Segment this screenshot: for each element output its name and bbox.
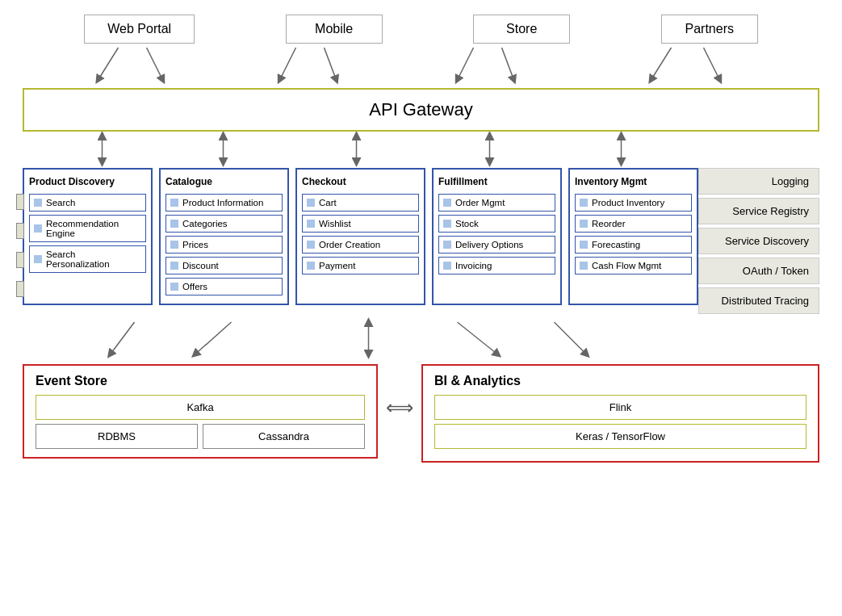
item-search: Search xyxy=(29,194,146,212)
svg-line-13 xyxy=(111,322,135,354)
side-panels: Logging Service Registry Service Discove… xyxy=(698,168,819,314)
item-icon xyxy=(443,262,451,270)
item-cashflow: Cash Flow Mgmt xyxy=(575,257,692,274)
services-area: Product Discovery Search Recommendation … xyxy=(23,168,819,314)
top-arrows xyxy=(23,44,819,88)
item-icon xyxy=(443,199,451,207)
bi-analytics: BI & Analytics Flink Keras / TensorFlow xyxy=(421,364,819,463)
tab-1 xyxy=(16,194,24,210)
item-recommendation: Recommendation Engine xyxy=(29,215,146,242)
svg-line-4 xyxy=(458,48,474,80)
item-forecasting: Forecasting xyxy=(575,236,692,254)
item-invoicing: Invoicing xyxy=(438,257,555,274)
service-title-inv: Inventory Mgmt xyxy=(575,174,692,189)
flink-box: Flink xyxy=(434,395,806,420)
bi-title: BI & Analytics xyxy=(434,374,806,388)
panel-logging: Logging xyxy=(698,168,819,195)
service-title-cat: Catalogue xyxy=(165,174,283,189)
item-reorder: Reorder xyxy=(575,215,692,233)
item-icon xyxy=(34,199,42,207)
item-icon xyxy=(580,199,588,207)
api-gateway: API Gateway xyxy=(23,88,819,132)
service-product-discovery: Product Discovery Search Recommendation … xyxy=(23,168,153,305)
item-icon xyxy=(34,255,42,263)
panel-distributed-tracing: Distributed Tracing xyxy=(698,287,819,314)
item-icon xyxy=(443,241,451,249)
item-offers: Offers xyxy=(165,278,283,295)
keras-box: Keras / TensorFlow xyxy=(434,424,806,449)
item-icon xyxy=(170,262,178,270)
bidirectional-arrow-icon: ⟺ xyxy=(378,364,421,419)
bottom-section: Event Store Kafka RDBMS Cassandra ⟺ BI &… xyxy=(23,364,819,463)
item-icon xyxy=(307,220,315,228)
svg-line-7 xyxy=(704,48,720,80)
svg-line-2 xyxy=(280,48,296,80)
item-icon xyxy=(580,241,588,249)
item-discount: Discount xyxy=(165,257,283,274)
item-order-creation: Order Creation xyxy=(302,236,419,254)
item-personalization: Search Personalization xyxy=(29,245,146,273)
item-icon xyxy=(443,220,451,228)
bottom-arrows xyxy=(23,316,819,362)
svg-line-17 xyxy=(555,322,587,354)
service-title-checkout: Checkout xyxy=(302,174,419,189)
event-store: Event Store Kafka RDBMS Cassandra xyxy=(23,364,378,459)
product-discovery-tabs xyxy=(16,194,24,297)
item-icon xyxy=(170,199,178,207)
service-title-pd: Product Discovery xyxy=(29,174,146,189)
item-icon xyxy=(580,220,588,228)
item-stock: Stock xyxy=(438,215,555,233)
item-icon xyxy=(170,241,178,249)
item-icon xyxy=(170,220,178,228)
item-icon xyxy=(307,199,315,207)
cassandra-box: Cassandra xyxy=(203,424,365,449)
item-categories: Categories xyxy=(165,215,283,233)
service-blocks: Product Discovery Search Recommendation … xyxy=(23,168,698,305)
item-wishlist: Wishlist xyxy=(302,215,419,233)
item-icon xyxy=(580,262,588,270)
item-icon xyxy=(307,262,315,270)
svg-line-14 xyxy=(195,322,232,354)
mid-arrows xyxy=(23,132,819,168)
svg-line-0 xyxy=(98,48,119,80)
top-channels: Web Portal Mobile Store Partners xyxy=(39,15,803,44)
channel-partners: Partners xyxy=(661,15,758,44)
item-cart: Cart xyxy=(302,194,419,212)
item-product-info: Product Information xyxy=(165,194,283,212)
panel-oauth: OAuth / Token xyxy=(698,258,819,284)
service-catalogue: Catalogue Product Information Categories… xyxy=(159,168,289,305)
tab-4 xyxy=(16,281,24,297)
event-store-title: Event Store xyxy=(36,374,365,388)
item-delivery-options: Delivery Options xyxy=(438,236,555,254)
channel-store: Store xyxy=(473,15,570,44)
service-checkout: Checkout Cart Wishlist Order Creation Pa… xyxy=(295,168,425,305)
service-fulfillment: Fulfillment Order Mgmt Stock Delivery Op… xyxy=(432,168,562,305)
item-icon xyxy=(170,283,178,291)
service-inventory: Inventory Mgmt Product Inventory Reorder… xyxy=(568,168,698,305)
svg-line-5 xyxy=(502,48,514,80)
item-payment: Payment xyxy=(302,257,419,274)
panel-service-discovery: Service Discovery xyxy=(698,228,819,254)
service-title-fulfill: Fulfillment xyxy=(438,174,555,189)
item-product-inventory: Product Inventory xyxy=(575,194,692,212)
item-order-mgmt: Order Mgmt xyxy=(438,194,555,212)
item-icon xyxy=(307,241,315,249)
svg-line-16 xyxy=(458,322,498,354)
svg-line-6 xyxy=(651,48,672,80)
item-prices: Prices xyxy=(165,236,283,254)
kafka-box: Kafka xyxy=(36,395,365,420)
rdbms-box: RDBMS xyxy=(36,424,198,449)
item-icon xyxy=(34,224,42,233)
tab-3 xyxy=(16,252,24,268)
panel-service-registry: Service Registry xyxy=(698,198,819,224)
channel-mobile: Mobile xyxy=(286,15,383,44)
svg-line-3 xyxy=(325,48,337,80)
channel-web-portal: Web Portal xyxy=(84,15,195,44)
db-row: RDBMS Cassandra xyxy=(36,424,365,449)
tab-2 xyxy=(16,223,24,239)
svg-line-1 xyxy=(147,48,163,80)
